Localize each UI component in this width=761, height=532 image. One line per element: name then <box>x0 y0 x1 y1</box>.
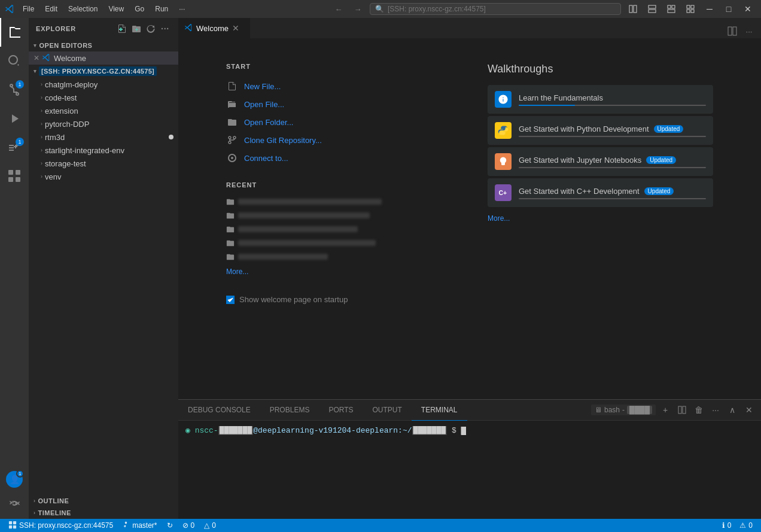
account-button[interactable]: 👤 1 <box>6 471 23 488</box>
command-palette[interactable]: 🔍 <box>370 3 621 15</box>
split-editor-button[interactable] <box>725 24 739 38</box>
show-startup-checkbox[interactable] <box>226 296 235 304</box>
clone-git-label: Clone Git Repository... <box>244 136 322 145</box>
sync-item[interactable]: ↻ <box>163 519 176 532</box>
view-menu[interactable]: View <box>104 4 129 14</box>
svg-rect-9 <box>687 10 690 13</box>
source-control-activity-icon[interactable]: 1 <box>0 75 29 104</box>
errors-item[interactable]: ⊘ 0 <box>179 519 199 532</box>
run-menu[interactable]: Run <box>150 4 173 14</box>
walkthrough-python[interactable]: Get Started with Python Development Upda… <box>488 116 713 145</box>
walkthroughs-more-link[interactable]: More... <box>488 214 510 223</box>
svg-rect-8 <box>691 5 694 8</box>
panel-tab-problems[interactable]: PROBLEMS <box>260 400 319 421</box>
git-branch-item[interactable]: master* <box>119 519 160 532</box>
panel-tab-ports[interactable]: PORTS <box>319 400 363 421</box>
terminal-host: @deeplearning-v191204-deeplearn:~/ <box>253 426 412 435</box>
go-menu[interactable]: Go <box>130 4 149 14</box>
layout-toggle-2[interactable] <box>644 3 660 15</box>
outline-section[interactable]: › OUTLINE <box>29 495 178 507</box>
remote-explorer-icon[interactable] <box>0 162 29 190</box>
new-file-button[interactable] <box>116 23 128 35</box>
svg-rect-12 <box>16 170 20 175</box>
search-activity-icon[interactable] <box>0 47 29 75</box>
info-item[interactable]: ℹ 0 <box>719 519 735 532</box>
svg-point-18 <box>229 141 231 144</box>
open-file-label: Open File... <box>244 100 284 109</box>
open-folder-action[interactable]: Open Folder... <box>226 113 452 131</box>
folder-starlight[interactable]: › starlight-integrated-env <box>29 144 178 157</box>
tab-close-button[interactable]: ✕ <box>232 23 239 33</box>
layout-toggle-4[interactable] <box>682 3 699 15</box>
folder-extension[interactable]: › extension <box>29 104 178 117</box>
open-editors-chevron: ▾ <box>34 42 37 48</box>
remote-warning-item[interactable]: ⚠ 0 <box>736 519 756 532</box>
collapse-all-button[interactable]: ··· <box>159 23 171 35</box>
clone-git-action[interactable]: Clone Git Repository... <box>226 131 452 149</box>
remote-connection-item[interactable]: SSH: proxy.nscc-gz.cn:44575 <box>5 519 117 532</box>
walkthrough-cpp[interactable]: C+ Get Started with C++ Development Upda… <box>488 178 713 207</box>
open-file-action[interactable]: Open File... <box>226 95 452 113</box>
walkthrough-fundamentals[interactable]: Learn the Fundamentals <box>488 85 713 114</box>
walkthrough-cpp-icon: C+ <box>495 184 512 201</box>
svg-rect-27 <box>9 525 12 528</box>
folder-code-test[interactable]: › code-test <box>29 91 178 104</box>
maximize-button[interactable]: □ <box>720 3 737 15</box>
run-debug-activity-icon[interactable] <box>0 104 29 133</box>
terminal-content[interactable]: ◉ nscc-███████@deeplearning-v191204-deep… <box>178 421 761 519</box>
recent-more-link[interactable]: More... <box>226 267 248 276</box>
add-terminal-button[interactable]: + <box>658 403 672 417</box>
split-terminal-button[interactable] <box>675 403 689 417</box>
close-panel-button[interactable]: ✕ <box>742 403 756 417</box>
panel-tab-debug-console[interactable]: DEBUG CONSOLE <box>178 400 260 421</box>
close-editor-icon[interactable]: ✕ <box>34 54 39 62</box>
kill-terminal-button[interactable]: 🗑 <box>692 403 706 417</box>
settings-button[interactable] <box>0 493 29 514</box>
refresh-button[interactable] <box>145 23 157 35</box>
new-folder-button[interactable] <box>130 23 142 35</box>
layout-toggle-3[interactable] <box>663 3 680 15</box>
tab-welcome[interactable]: Welcome ✕ <box>178 18 250 38</box>
more-panel-button[interactable]: ··· <box>708 403 723 417</box>
panel-tab-output[interactable]: OUTPUT <box>363 400 412 421</box>
folder-rtm3d[interactable]: › rtm3d <box>29 130 178 144</box>
warnings-item[interactable]: △ 0 <box>200 519 220 532</box>
explorer-activity-icon[interactable] <box>0 18 29 47</box>
svg-rect-26 <box>13 521 16 524</box>
more-menu[interactable]: ··· <box>174 4 190 14</box>
nav-forward-button[interactable]: → <box>349 1 366 17</box>
connect-to-action[interactable]: Connect to... <box>226 149 452 167</box>
svg-rect-23 <box>678 406 681 414</box>
open-editors-section[interactable]: ▾ Open Editors <box>29 39 178 51</box>
edit-menu[interactable]: Edit <box>40 4 62 14</box>
folder-chevron: › <box>41 174 42 180</box>
selection-menu[interactable]: Selection <box>63 4 102 14</box>
layout-toggle-1[interactable] <box>625 3 641 15</box>
terminal-cursor: █ <box>461 427 466 435</box>
file-menu[interactable]: File <box>18 4 39 14</box>
panel-tab-terminal[interactable]: TERMINAL <box>412 400 467 421</box>
dirty-indicator <box>169 135 173 139</box>
folder-pytorch-ddp[interactable]: › pytorch-DDP <box>29 117 178 130</box>
folder-chevron: › <box>41 95 42 101</box>
timeline-section[interactable]: › TIMELINE <box>29 507 178 519</box>
workspace-folder[interactable]: ▾ [SSH: PROXY.NSCC-GZ.CN:44575] <box>29 65 178 78</box>
walkthrough-jupyter[interactable]: Get Started with Jupyter Notebooks Updat… <box>488 147 713 176</box>
search-input[interactable] <box>388 5 616 13</box>
nav-back-button[interactable]: ← <box>330 1 347 17</box>
svg-rect-2 <box>649 5 656 8</box>
folder-venv[interactable]: › venv <box>29 170 178 183</box>
walkthrough-jupyter-icon <box>495 153 512 170</box>
extensions-activity-icon[interactable]: 1 <box>0 133 29 162</box>
new-file-action[interactable]: New File... <box>226 77 452 95</box>
folder-chatglm-deploy[interactable]: › chatglm-deploy <box>29 78 178 91</box>
folder-chevron: › <box>41 81 42 87</box>
more-actions-button[interactable]: ··· <box>742 24 756 38</box>
folder-storage-test[interactable]: › storage-test <box>29 157 178 170</box>
show-startup-label: Show welcome page on startup <box>239 295 348 304</box>
walkthrough-jupyter-label: Get Started with Jupyter Notebooks Updat… <box>519 156 706 165</box>
minimize-button[interactable]: ─ <box>701 3 718 15</box>
open-editor-welcome[interactable]: ✕ Welcome <box>29 51 178 65</box>
maximize-panel-button[interactable]: ∧ <box>725 403 739 417</box>
close-button[interactable]: ✕ <box>739 3 756 15</box>
